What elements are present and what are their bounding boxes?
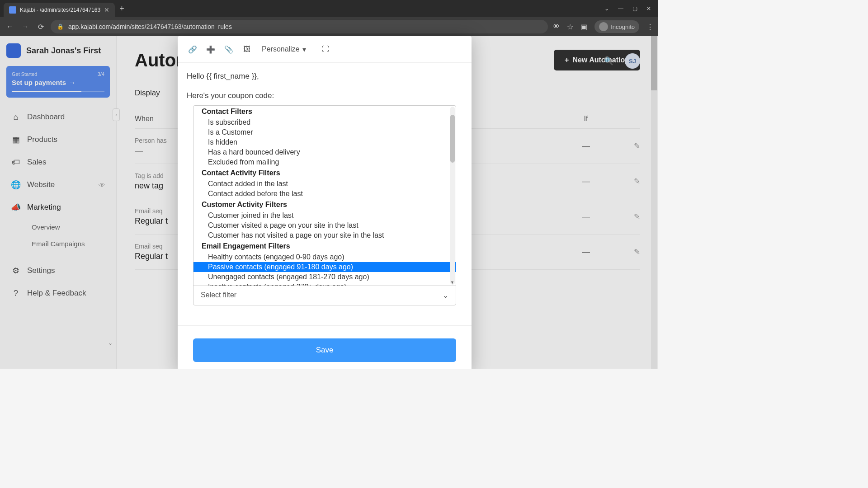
menu-icon[interactable]: ⋮ bbox=[646, 23, 654, 31]
incognito-badge[interactable]: Incognito bbox=[594, 20, 639, 33]
window-controls: ⌄ — ▢ ✕ bbox=[604, 5, 658, 12]
editor-line: Here's your coupon code: bbox=[187, 89, 462, 103]
nav-label: Sales bbox=[27, 158, 47, 167]
nav-label: Marketing bbox=[27, 203, 61, 212]
chevron-down-icon[interactable]: ⌄ bbox=[604, 5, 609, 12]
row-if: — bbox=[563, 177, 609, 186]
dropdown-option[interactable]: Contact added before the last bbox=[193, 189, 456, 199]
row-if: — bbox=[563, 212, 609, 221]
lock-icon: 🔒 bbox=[57, 23, 64, 30]
sidebar-item-marketing[interactable]: 📣 Marketing bbox=[6, 196, 110, 219]
add-icon[interactable]: ➕ bbox=[203, 42, 218, 57]
col-if: If bbox=[563, 115, 609, 123]
scrollbar-thumb[interactable] bbox=[651, 36, 657, 90]
search-icon[interactable]: 🔍 bbox=[601, 54, 616, 68]
dropdown-option[interactable]: Customer visited a page on your site in … bbox=[193, 221, 456, 230]
link-icon[interactable]: 🔗 bbox=[185, 42, 200, 57]
get-started-progress: 3/4 bbox=[98, 71, 104, 77]
page-scrollbar[interactable] bbox=[651, 36, 657, 369]
browser-tab[interactable]: Kajabi - /admin/sites/2147647163 ✕ bbox=[4, 3, 115, 17]
dropdown-option[interactable]: Passive contacts (engaged 91-180 days ag… bbox=[193, 262, 456, 272]
dashboard-icon: ⌂ bbox=[11, 112, 21, 122]
edit-icon[interactable]: ✎ bbox=[609, 137, 640, 155]
nav-label: Website bbox=[27, 180, 55, 189]
brand[interactable]: Sarah Jonas's First bbox=[6, 43, 110, 58]
edit-icon[interactable]: ✎ bbox=[609, 207, 640, 226]
dropdown-group-title: Customer Activity Filters bbox=[193, 199, 456, 211]
nav-sub-label: Overview bbox=[32, 223, 60, 231]
email-editor[interactable]: Hello {{ first_name }}, Here's your coup… bbox=[178, 63, 472, 105]
page-title: Autor bbox=[135, 50, 183, 70]
personalize-dropdown[interactable]: Personalize ▾ bbox=[257, 45, 311, 54]
nav-label: Help & Feedback bbox=[27, 289, 86, 298]
url-text: app.kajabi.com/admin/sites/2147647163/au… bbox=[68, 23, 232, 30]
url-input[interactable]: 🔒 app.kajabi.com/admin/sites/2147647163/… bbox=[51, 20, 548, 33]
expand-icon[interactable]: ⛶ bbox=[318, 42, 333, 57]
close-window-icon[interactable]: ✕ bbox=[646, 5, 651, 12]
forward-button[interactable]: → bbox=[20, 23, 31, 31]
chevron-down-icon: ▾ bbox=[302, 45, 306, 54]
dropdown-option[interactable]: Unengaged contacts (engaged 181-270 days… bbox=[193, 272, 456, 282]
progress-bar bbox=[12, 91, 104, 92]
gear-icon: ⚙ bbox=[11, 266, 21, 276]
bookmark-icon[interactable]: ☆ bbox=[567, 23, 573, 31]
dropdown-option[interactable]: Is hidden bbox=[193, 137, 456, 147]
dropdown-option[interactable]: Has a hard bounced delivery bbox=[193, 147, 456, 157]
sidebar-item-help[interactable]: ? Help & Feedback bbox=[6, 282, 110, 305]
marketing-icon: 📣 bbox=[11, 202, 21, 212]
avatar[interactable]: SJ bbox=[625, 53, 640, 69]
filter-dropdown-list[interactable]: ▲ ▼ Contact FiltersIs subscribedIs a Cus… bbox=[193, 106, 456, 286]
editor-line: Hello {{ first_name }}, bbox=[187, 70, 462, 83]
dropdown-option[interactable]: Inactive contacts (engaged 270+ days ago… bbox=[193, 282, 456, 286]
filter-dropdown: ▲ ▼ Contact FiltersIs subscribedIs a Cus… bbox=[193, 105, 456, 305]
brand-name: Sarah Jonas's First bbox=[26, 46, 101, 56]
edit-icon[interactable]: ✎ bbox=[609, 243, 640, 261]
sidebar-sub-email-campaigns[interactable]: Email Campaigns bbox=[6, 235, 110, 252]
back-button[interactable]: ← bbox=[5, 23, 15, 31]
tab-title: Kajabi - /admin/sites/2147647163 bbox=[20, 7, 100, 13]
sidebar-item-dashboard[interactable]: ⌂ Dashboard bbox=[6, 106, 110, 128]
dropdown-option[interactable]: Is a Customer bbox=[193, 127, 456, 137]
dropdown-group-title: Contact Activity Filters bbox=[193, 167, 456, 179]
scrollbar-thumb[interactable] bbox=[450, 115, 455, 163]
panel-icon[interactable]: ▣ bbox=[580, 23, 587, 31]
chevron-down-icon[interactable]: ⌄ bbox=[108, 340, 113, 346]
scroll-down-icon[interactable]: ▼ bbox=[450, 280, 454, 285]
dropdown-option[interactable]: Customer has not visited a page on your … bbox=[193, 230, 456, 240]
tab-close-icon[interactable]: ✕ bbox=[104, 6, 109, 14]
new-tab-button[interactable]: + bbox=[119, 4, 124, 14]
browser-tab-strip: Kajabi - /admin/sites/2147647163 ✕ + ⌄ —… bbox=[0, 0, 658, 17]
sidebar-item-website[interactable]: 🌐 Website 👁 bbox=[6, 174, 110, 196]
incognito-icon bbox=[599, 22, 608, 31]
eye-off-icon[interactable]: 👁 bbox=[552, 23, 560, 31]
incognito-label: Incognito bbox=[611, 23, 635, 30]
get-started-main-label: Set up payments bbox=[12, 79, 66, 86]
help-icon: ? bbox=[11, 288, 21, 298]
sidebar-item-settings[interactable]: ⚙ Settings bbox=[6, 259, 110, 282]
automation-modal: 🔗 ➕ 📎 🖼 Personalize ▾ ⛶ Hello {{ first_n… bbox=[178, 36, 472, 369]
dropdown-option[interactable]: Is subscribed bbox=[193, 117, 456, 127]
maximize-icon[interactable]: ▢ bbox=[632, 5, 637, 12]
dropdown-scrollbar[interactable] bbox=[450, 107, 455, 285]
image-icon[interactable]: 🖼 bbox=[239, 42, 255, 57]
attachment-icon[interactable]: 📎 bbox=[221, 42, 236, 57]
sidebar-sub-overview[interactable]: Overview bbox=[6, 219, 110, 235]
get-started-label: Get Started bbox=[12, 71, 37, 77]
nav-label: Settings bbox=[27, 266, 55, 275]
dropdown-option[interactable]: Customer joined in the last bbox=[193, 211, 456, 221]
dropdown-option[interactable]: Contact added in the last bbox=[193, 179, 456, 189]
minimize-icon[interactable]: — bbox=[618, 5, 623, 12]
eye-icon[interactable]: 👁 bbox=[99, 181, 105, 189]
edit-icon[interactable]: ✎ bbox=[609, 172, 640, 191]
sidebar-item-sales[interactable]: 🏷 Sales bbox=[6, 151, 110, 174]
sidebar-item-products[interactable]: ▦ Products bbox=[6, 128, 110, 151]
get-started-card[interactable]: Get Started 3/4 Set up payments → bbox=[6, 66, 110, 98]
dropdown-option[interactable]: Excluded from mailing bbox=[193, 157, 456, 167]
save-button[interactable]: Save bbox=[193, 338, 456, 362]
select-placeholder: Select filter bbox=[201, 291, 236, 299]
filter-select-display[interactable]: Select filter ⌄ bbox=[193, 285, 456, 305]
reload-button[interactable]: ⟳ bbox=[35, 23, 46, 31]
row-if: — bbox=[563, 247, 609, 257]
dropdown-option[interactable]: Healthy contacts (engaged 0-90 days ago) bbox=[193, 252, 456, 262]
editor-toolbar: 🔗 ➕ 📎 🖼 Personalize ▾ ⛶ bbox=[178, 36, 472, 63]
